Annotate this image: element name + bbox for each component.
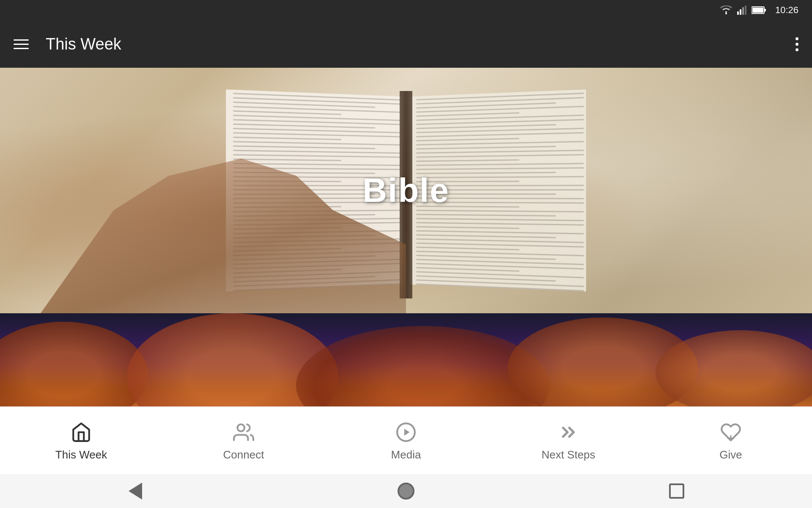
svg-rect-4 [745,6,746,15]
toolbar-title: This Week [46,35,796,53]
back-button[interactable] [123,478,148,504]
users-icon [231,420,256,445]
battery-icon [752,6,767,14]
svg-rect-2 [740,9,741,15]
recent-square-icon [669,483,684,499]
main-content: Bible [0,68,812,440]
nav-item-give[interactable]: Give [650,420,812,461]
wifi-icon [720,6,732,15]
bottom-nav: This Week Connect Media [0,406,812,474]
status-bar: 10:26 [0,0,812,20]
nav-item-next-steps[interactable]: Next Steps [487,420,650,461]
bible-hero[interactable]: Bible [0,68,812,313]
home-circle-icon [398,483,414,500]
signal-icon [737,6,746,15]
play-circle-icon [393,420,419,445]
svg-point-8 [237,424,244,431]
nav-item-this-week[interactable]: This Week [0,420,162,461]
home-button[interactable] [393,478,419,504]
give-icon [718,420,743,445]
nav-label-next-steps: Next Steps [541,448,595,461]
nav-label-give: Give [719,448,742,461]
toolbar: This Week [0,20,812,68]
cloud-5 [656,330,812,415]
nav-item-connect[interactable]: Connect [162,420,325,461]
chevrons-right-icon [556,420,581,445]
svg-marker-10 [404,429,410,436]
menu-button[interactable] [14,39,29,49]
status-time: 10:26 [775,5,798,16]
svg-point-0 [725,13,727,14]
more-button[interactable] [796,37,798,51]
svg-rect-6 [752,8,763,13]
back-triangle-icon [129,483,142,500]
svg-rect-1 [737,11,739,15]
nav-label-media: Media [391,448,421,461]
recent-button[interactable] [664,478,689,504]
nav-item-media[interactable]: Media [325,420,487,461]
nav-label-connect: Connect [223,448,264,461]
svg-rect-7 [764,9,766,11]
system-nav-bar [0,474,812,508]
home-icon [69,420,94,445]
bible-label: Bible [362,171,450,210]
svg-rect-3 [742,7,744,15]
nav-label-this-week: This Week [55,448,107,461]
